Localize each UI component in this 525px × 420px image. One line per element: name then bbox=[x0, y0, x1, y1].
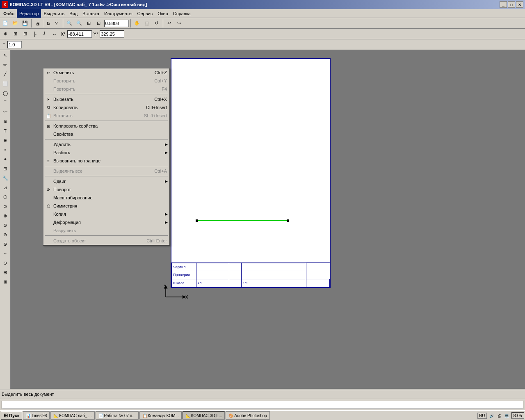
lt-hatch[interactable]: ≋ bbox=[1, 117, 10, 126]
menu-align[interactable]: ≡ Выровнять по границе bbox=[43, 157, 169, 165]
left-toolbar: ↖ ✏ ╱ ⬜ ◯ ⌒ 〰 ≋ T ⊕ • ✦ ⊞ 🔧 ⊿ ⬡ ⊙ ⊗ ⊘ ⊛ … bbox=[0, 50, 11, 389]
menu-props-label: Свойства bbox=[53, 132, 73, 137]
lt-line[interactable]: ╱ bbox=[1, 70, 10, 79]
start-button[interactable]: ⊞ Пуск bbox=[1, 411, 22, 420]
status-input-area[interactable] bbox=[2, 401, 523, 409]
menu-help[interactable]: Справка bbox=[171, 9, 193, 18]
tb-grid[interactable]: ⊞ bbox=[21, 30, 30, 39]
lt-tool9[interactable]: ↔ bbox=[1, 249, 10, 258]
lt-point[interactable]: • bbox=[1, 145, 10, 154]
menu-paste: 📋 Вставить Shift+Insert bbox=[43, 112, 169, 120]
tb-help[interactable]: ? bbox=[52, 19, 61, 28]
menu-select[interactable]: Выделить bbox=[41, 9, 67, 18]
menu-cut-label: Вырезать bbox=[53, 97, 73, 102]
lt-pencil[interactable]: ✏ bbox=[1, 60, 10, 69]
lt-arc[interactable]: ⌒ bbox=[1, 98, 10, 107]
tb-redraw[interactable]: ↺ bbox=[152, 19, 161, 28]
menu-file[interactable]: Файл bbox=[1, 9, 17, 18]
lt-tool10[interactable]: ⊝ bbox=[1, 258, 10, 267]
zoom-value-input[interactable] bbox=[104, 20, 129, 27]
copy-icon: ⧉ bbox=[45, 104, 52, 111]
lt-tool12[interactable]: ⊠ bbox=[1, 277, 10, 286]
taskbar-lines98[interactable]: 📊 Lines'98 bbox=[23, 411, 50, 420]
taskbar-rabota[interactable]: 📄 Работа № 07 п... bbox=[96, 411, 139, 420]
tb-print[interactable]: 🖨 bbox=[33, 19, 42, 28]
taskbar-kompas3d[interactable]: 📐 КОМПАС-3D L... bbox=[183, 411, 225, 420]
lt-tool4[interactable]: ⊙ bbox=[1, 202, 10, 211]
tb-new[interactable]: 📄 bbox=[1, 19, 10, 28]
menu-delete[interactable]: Удалить ▶ bbox=[43, 140, 169, 148]
canvas-area[interactable]: Чертил Проверил Шкала кл. bbox=[11, 50, 525, 389]
maximize-button[interactable]: □ bbox=[508, 1, 515, 8]
lt-tool3[interactable]: ⬡ bbox=[1, 192, 10, 201]
lt-tool5[interactable]: ⊗ bbox=[1, 211, 10, 220]
lang-switcher[interactable]: RU bbox=[477, 413, 486, 419]
tb-zoom-frame[interactable]: ⬚ bbox=[142, 19, 151, 28]
lt-tool1[interactable]: 🔧 bbox=[1, 173, 10, 183]
taskbar-photoshop[interactable]: 🎨 Adobe Photoshop bbox=[226, 411, 270, 420]
lt-tool6[interactable]: ⊘ bbox=[1, 221, 10, 230]
lt-rect[interactable]: ⬜ bbox=[1, 79, 10, 88]
menu-shift[interactable]: Сдвиг ▶ bbox=[43, 177, 169, 185]
coord-x-input[interactable] bbox=[67, 30, 92, 38]
taskbar-kompas-lab[interactable]: 📐 КОМПАС лаб_ ... bbox=[50, 411, 94, 420]
paste-icon: 📋 bbox=[45, 112, 52, 119]
tb-redo[interactable]: ↪ bbox=[175, 19, 184, 28]
lt-tool2[interactable]: ⊿ bbox=[1, 183, 10, 192]
coord-y-input[interactable] bbox=[100, 30, 124, 38]
lt-sym[interactable]: ✦ bbox=[1, 155, 10, 164]
lt-insert[interactable]: ⊞ bbox=[1, 164, 10, 173]
menu-service[interactable]: Сервис bbox=[135, 9, 155, 18]
menu-split[interactable]: Разбить ▶ bbox=[43, 148, 169, 157]
menu-insert[interactable]: Вставка bbox=[80, 9, 102, 18]
tb-pan[interactable]: ✋ bbox=[132, 19, 142, 28]
menu-tools[interactable]: Инструменты bbox=[102, 9, 135, 18]
menu-editor[interactable]: Редактор bbox=[17, 9, 41, 18]
minimize-button[interactable]: _ bbox=[500, 1, 507, 8]
menu-rotate[interactable]: ⟳ Поворот bbox=[43, 185, 169, 194]
lt-tool8[interactable]: ⊜ bbox=[1, 240, 10, 249]
svg-text:Y: Y bbox=[163, 285, 166, 287]
lt-tool7[interactable]: ⊛ bbox=[1, 230, 10, 239]
tb-snap[interactable]: ⊕ bbox=[1, 30, 10, 39]
menu-view[interactable]: Вид bbox=[67, 9, 80, 18]
lt-spline[interactable]: 〰 bbox=[1, 107, 10, 116]
scale-input[interactable] bbox=[7, 41, 22, 48]
menu-scale[interactable]: Масштабирование bbox=[43, 194, 169, 202]
tb-zoom-in[interactable]: 🔍 bbox=[75, 19, 84, 28]
menu-props[interactable]: Свойства bbox=[43, 130, 169, 138]
menu-redo2: Повторить F4 bbox=[43, 85, 169, 93]
tb-undo[interactable]: ↩ bbox=[165, 19, 174, 28]
rotate-icon: ⟳ bbox=[45, 186, 52, 193]
dropdown-menu: ↩ Отменить Ctrl+Z Повторить Ctrl+Y Повто… bbox=[43, 68, 170, 246]
photoshop-label: Adobe Photoshop bbox=[234, 413, 267, 418]
lt-circle[interactable]: ◯ bbox=[1, 89, 10, 98]
menu-select-all: Выделить все Ctrl+A bbox=[43, 167, 169, 175]
menu-paste-label: Вставить bbox=[53, 113, 73, 118]
tb-zoom-out[interactable]: 🔍 bbox=[65, 19, 74, 28]
menu-copy2[interactable]: Копия ▶ bbox=[43, 210, 169, 218]
taskbar-komand[interactable]: 📋 Команды КОМ... bbox=[139, 411, 182, 420]
tb-zoom-all[interactable]: ⊞ bbox=[84, 19, 94, 28]
menu-window[interactable]: Окно bbox=[155, 9, 171, 18]
tb-ruler[interactable]: ├ bbox=[30, 30, 39, 39]
lt-text[interactable]: T bbox=[1, 126, 10, 135]
tb-ortho[interactable]: ⊞ bbox=[11, 30, 20, 39]
menu-cut[interactable]: ✂ Вырезать Ctrl+X bbox=[43, 95, 169, 103]
close-button[interactable]: ✕ bbox=[516, 1, 523, 8]
tb-open[interactable]: 📂 bbox=[11, 19, 20, 28]
menu-undo[interactable]: ↩ Отменить Ctrl+Z bbox=[43, 68, 169, 77]
menu-deform[interactable]: Деформация ▶ bbox=[43, 218, 169, 226]
tb-corner[interactable]: ┘ bbox=[40, 30, 49, 39]
tb-move[interactable]: ↔ bbox=[50, 30, 59, 39]
lt-dim[interactable]: ⊕ bbox=[1, 136, 10, 145]
lt-arrow[interactable]: ↖ bbox=[1, 51, 10, 60]
tb-save[interactable]: 💾 bbox=[21, 19, 30, 28]
menu-copy-props[interactable]: ⊞ Копировать свойства bbox=[43, 122, 169, 130]
menu-copy[interactable]: ⧉ Копировать Ctrl+Insert bbox=[43, 103, 169, 112]
menu-symmetry[interactable]: ⬡ Симметрия bbox=[43, 202, 169, 210]
menu-cut-shortcut: Ctrl+X bbox=[154, 97, 167, 102]
printer-icon: 🖨 bbox=[496, 412, 502, 419]
lt-tool11[interactable]: ⊟ bbox=[1, 268, 10, 277]
tb-zoom-sel[interactable]: ⊡ bbox=[94, 19, 103, 28]
